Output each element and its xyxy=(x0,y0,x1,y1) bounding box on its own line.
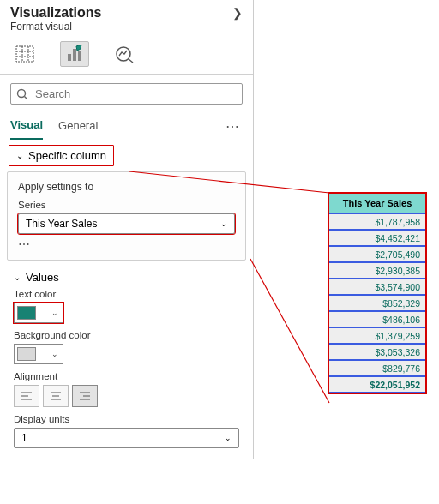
chevron-down-icon: ⌄ xyxy=(51,350,58,358)
preview-row: $829,776 xyxy=(329,360,425,376)
values-body: Text color ⌄ Background color ⌄ Alignmen… xyxy=(0,289,253,459)
series-label: Series xyxy=(18,200,235,210)
alignment-label: Alignment xyxy=(14,371,239,381)
collapse-panel-chevron-icon[interactable]: ❯ xyxy=(232,6,243,20)
svg-rect-0 xyxy=(16,46,33,62)
preview-row: $1,787,958 xyxy=(329,213,425,230)
preview-row: $2,705,490 xyxy=(329,246,425,262)
preview-row: $3,053,326 xyxy=(329,344,425,360)
specific-column-label: Specific column xyxy=(28,149,106,162)
align-left-button[interactable] xyxy=(14,385,39,407)
chevron-down-icon: ⌄ xyxy=(14,273,21,282)
svg-rect-7 xyxy=(78,51,81,61)
apply-settings-title: Apply settings to xyxy=(18,181,235,193)
tab-visual[interactable]: Visual xyxy=(10,113,43,140)
table-preview: This Year Sales $1,787,958$4,452,421$2,7… xyxy=(328,192,427,394)
build-visual-button[interactable] xyxy=(10,41,39,67)
align-center-button[interactable] xyxy=(43,385,69,407)
preview-row: $2,930,385 xyxy=(329,262,425,279)
values-title: Values xyxy=(26,271,59,284)
preview-row: $3,574,900 xyxy=(329,279,425,295)
tab-overflow-button[interactable]: ⋯ xyxy=(226,118,243,135)
chevron-down-icon: ⌄ xyxy=(51,309,58,317)
svg-point-10 xyxy=(18,89,26,97)
chevron-down-icon: ⌄ xyxy=(220,219,227,228)
search-icon xyxy=(16,88,28,100)
values-expander[interactable]: ⌄ Values xyxy=(0,269,253,289)
display-units-value: 1 xyxy=(21,432,27,444)
svg-rect-5 xyxy=(68,54,71,61)
analytics-button[interactable] xyxy=(110,41,139,67)
format-tabs: Visual General ⋯ xyxy=(0,113,253,140)
preview-row: $1,379,259 xyxy=(329,327,425,344)
chevron-down-icon: ⌄ xyxy=(225,434,232,442)
preview-row: $486,106 xyxy=(329,311,425,327)
preview-row: $852,329 xyxy=(329,295,425,311)
svg-line-9 xyxy=(129,59,133,63)
format-visual-button[interactable] xyxy=(60,41,89,67)
align-right-button[interactable] xyxy=(72,385,98,407)
visualizations-panel: Visualizations ❯ Format visual Visual Ge… xyxy=(0,0,254,459)
svg-line-22 xyxy=(250,259,329,403)
panel-subtitle: Format visual xyxy=(0,21,253,38)
svg-rect-6 xyxy=(73,49,76,61)
preview-header: This Year Sales xyxy=(329,194,425,213)
apply-settings-card: Apply settings to Series This Year Sales… xyxy=(7,171,246,261)
tab-general[interactable]: General xyxy=(58,114,98,139)
series-more-button[interactable]: ⋯ xyxy=(18,237,235,251)
display-units-dropdown[interactable]: 1 ⌄ xyxy=(14,428,239,448)
text-color-picker[interactable]: ⌄ xyxy=(14,303,63,323)
alignment-group xyxy=(14,385,239,407)
panel-title: Visualizations xyxy=(10,5,101,21)
search-box[interactable] xyxy=(10,83,243,105)
series-dropdown[interactable]: This Year Sales ⌄ xyxy=(18,213,235,234)
format-toolbar xyxy=(0,38,253,75)
bg-color-label: Background color xyxy=(14,330,239,340)
bg-color-picker[interactable]: ⌄ xyxy=(14,344,63,364)
series-value: This Year Sales xyxy=(26,218,97,230)
preview-row: $4,452,421 xyxy=(329,230,425,246)
svg-line-11 xyxy=(25,96,28,99)
search-input[interactable] xyxy=(33,87,237,101)
chevron-down-icon: ⌄ xyxy=(16,151,23,160)
text-color-label: Text color xyxy=(14,289,239,299)
preview-total: $22,051,952 xyxy=(329,376,425,393)
specific-column-expander[interactable]: ⌄ Specific column xyxy=(9,145,114,166)
display-units-label: Display units xyxy=(14,414,239,424)
